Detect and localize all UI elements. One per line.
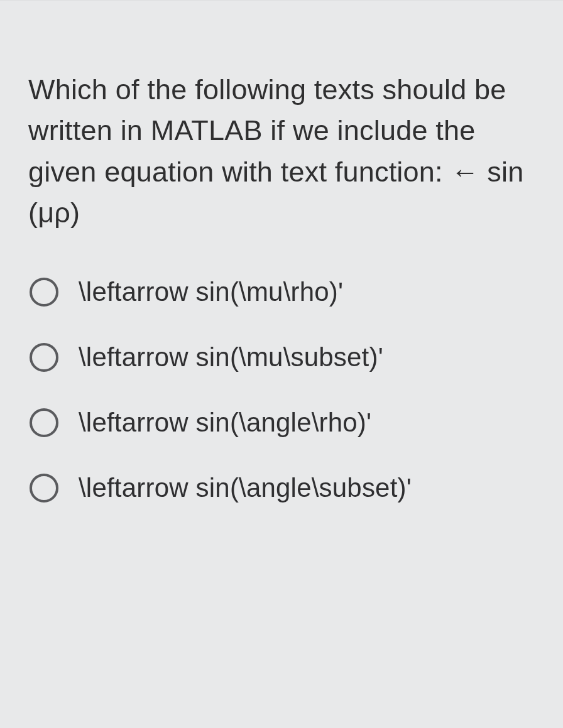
quiz-container: Which of the following texts should be w…	[0, 0, 563, 728]
option-3-label: \leftarrow sin(\angle\rho)'	[79, 408, 371, 438]
option-4-label: \leftarrow sin(\angle\subset)'	[79, 473, 412, 503]
option-2-label: \leftarrow sin(\mu\subset)'	[79, 342, 383, 372]
option-3[interactable]: \leftarrow sin(\angle\rho)'	[30, 408, 535, 438]
option-1-label: \leftarrow sin(\mu\rho)'	[79, 277, 343, 307]
option-2[interactable]: \leftarrow sin(\mu\subset)'	[30, 342, 535, 372]
option-4[interactable]: \leftarrow sin(\angle\subset)'	[30, 473, 535, 503]
options-list: \leftarrow sin(\mu\rho)' \leftarrow sin(…	[28, 277, 535, 503]
radio-button-4[interactable]	[30, 474, 58, 503]
question-text: Which of the following texts should be w…	[28, 69, 535, 233]
radio-button-3[interactable]	[30, 408, 58, 437]
top-divider	[0, 0, 563, 1]
option-1[interactable]: \leftarrow sin(\mu\rho)'	[30, 277, 535, 307]
radio-button-1[interactable]	[30, 278, 58, 307]
radio-button-2[interactable]	[30, 343, 58, 372]
